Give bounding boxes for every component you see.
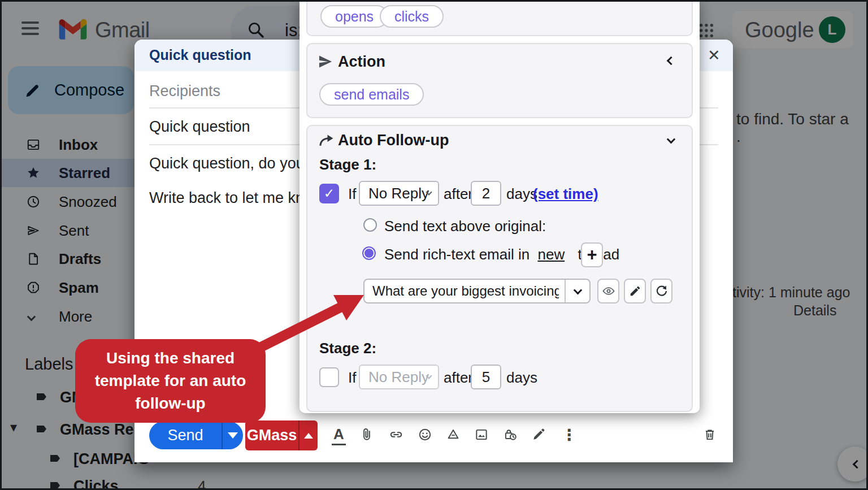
- gmass-settings-toggle[interactable]: [300, 420, 318, 450]
- action-title: Action: [338, 53, 385, 71]
- send-label: Send: [149, 422, 222, 449]
- set-time-link[interactable]: (set time): [533, 185, 598, 203]
- attach-file-icon[interactable]: [359, 427, 374, 442]
- radio-text-above-label: Send text above original:: [384, 218, 546, 235]
- edit-pencil-icon: [629, 285, 641, 297]
- gmass-label: GMass: [245, 420, 298, 450]
- caret-down-icon: [228, 432, 238, 439]
- caret-up-icon: [304, 433, 313, 439]
- stage2-checkbox[interactable]: [319, 367, 339, 387]
- after-label: after: [444, 185, 473, 203]
- template-select-arrow[interactable]: [565, 280, 589, 302]
- insert-link-icon[interactable]: [389, 427, 403, 442]
- redo-arrow-icon: [318, 132, 335, 149]
- annotation-arrow: [244, 280, 374, 359]
- if-label: If: [348, 185, 356, 203]
- stage1-label: Stage 1:: [319, 156, 376, 174]
- template-select[interactable]: What are your biggest invoicing problem: [363, 279, 591, 303]
- recipients-field[interactable]: Recipients: [149, 83, 220, 100]
- subject-field[interactable]: Quick question: [149, 118, 250, 136]
- discard-draft-icon[interactable]: [702, 427, 717, 442]
- radio-richtext[interactable]: [362, 246, 376, 260]
- insert-photo-icon[interactable]: [474, 427, 489, 442]
- if-label: If: [348, 369, 356, 387]
- compose-title: Quick question: [149, 47, 251, 63]
- edit-template-button[interactable]: [624, 279, 646, 303]
- formatting-options-button[interactable]: A: [332, 426, 346, 445]
- send-button[interactable]: Send: [149, 422, 243, 449]
- clicks-chip[interactable]: clicks: [380, 5, 444, 28]
- callout-line2: template for an auto: [75, 370, 266, 392]
- callout-line3: follow-up: [75, 392, 266, 415]
- confidential-mode-icon[interactable]: [503, 427, 518, 442]
- new-dropdown[interactable]: new: [537, 246, 565, 263]
- send-options-dropdown[interactable]: [223, 422, 244, 449]
- send-emails-chip[interactable]: send emails: [319, 83, 424, 106]
- close-icon[interactable]: ✕: [708, 46, 721, 64]
- action-plane-icon: [318, 54, 333, 70]
- insert-emoji-icon[interactable]: [418, 427, 432, 442]
- refresh-template-button[interactable]: [650, 279, 672, 303]
- after-label: after: [444, 369, 473, 387]
- auto-followup-title: Auto Follow-up: [338, 132, 449, 149]
- stage2-condition-select[interactable]: No Reply: [359, 365, 439, 389]
- chevron-left-icon[interactable]: [668, 56, 674, 66]
- opens-chip[interactable]: opens: [320, 5, 388, 28]
- radio-text-above[interactable]: [363, 218, 377, 232]
- refresh-icon: [655, 284, 669, 298]
- stage2-days-input[interactable]: 5: [471, 365, 501, 389]
- insert-signature-icon[interactable]: [531, 427, 546, 442]
- preview-template-button[interactable]: [597, 279, 619, 303]
- eye-icon: [602, 284, 615, 298]
- more-options-icon[interactable]: ⋮: [561, 426, 577, 444]
- gmass-button[interactable]: GMass: [245, 420, 318, 450]
- stage1-days-input[interactable]: 2: [471, 181, 501, 206]
- chevron-down-icon[interactable]: [668, 135, 674, 145]
- callout-line1: Using the shared: [75, 347, 266, 370]
- gmail-screen: Gmail is: Google L Compose: [0, 0, 868, 490]
- add-stage-button[interactable]: +: [581, 242, 603, 267]
- stage1-checkbox[interactable]: ✓: [319, 184, 339, 203]
- annotation-callout: Using the shared template for an auto fo…: [75, 339, 266, 423]
- template-value: What are your biggest invoicing problem: [372, 283, 559, 298]
- days-label: days: [506, 369, 537, 387]
- insert-drive-icon[interactable]: [446, 427, 461, 442]
- check-icon: ✓: [324, 186, 335, 201]
- plus-icon: +: [587, 245, 597, 265]
- stage1-condition-select[interactable]: No Reply: [359, 181, 439, 206]
